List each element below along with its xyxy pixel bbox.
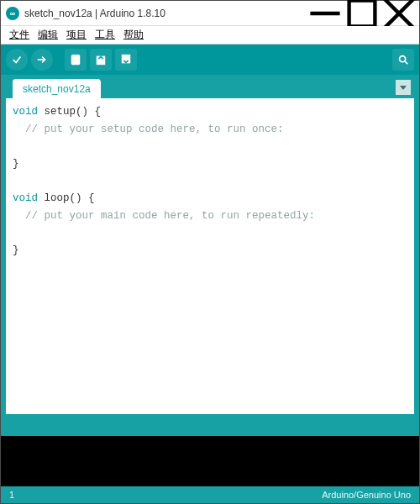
editor-container: void setup() { // put your setup code he…: [1, 98, 419, 419]
comment: // put your main code here, to run repea…: [13, 210, 315, 222]
comment: // put your setup code here, to run once…: [13, 123, 284, 135]
verify-button[interactable]: [6, 49, 28, 71]
code-editor[interactable]: void setup() { // put your setup code he…: [6, 98, 414, 414]
menu-edit[interactable]: 编辑: [34, 26, 61, 44]
svg-line-9: [405, 61, 408, 65]
arduino-icon: ∞: [6, 7, 19, 20]
maximize-button[interactable]: [344, 1, 381, 26]
close-button[interactable]: [381, 1, 417, 26]
svg-rect-6: [97, 57, 105, 65]
titlebar: ∞ sketch_nov12a | Arduino 1.8.10: [1, 1, 419, 26]
menu-tools[interactable]: 工具: [92, 26, 118, 44]
arduino-ide-window: ∞ sketch_nov12a | Arduino 1.8.10 文件 编辑 项…: [0, 0, 420, 504]
menubar: 文件 编辑 项目 工具 帮助: [1, 26, 419, 45]
board-label: Arduino/Genuino Uno: [322, 490, 411, 500]
keyword: void: [13, 106, 38, 118]
open-button[interactable]: [90, 49, 112, 71]
menu-sketch[interactable]: 项目: [63, 26, 90, 44]
serial-monitor-button[interactable]: [392, 49, 414, 71]
keyword: void: [13, 192, 38, 204]
upload-button[interactable]: [31, 49, 53, 71]
minimize-button[interactable]: [307, 1, 344, 26]
svg-marker-10: [400, 86, 407, 90]
menu-file[interactable]: 文件: [6, 26, 33, 44]
tabbar: sketch_nov12a: [1, 75, 419, 98]
window-controls: [307, 1, 417, 26]
new-button[interactable]: [65, 49, 87, 71]
tab-menu-button[interactable]: [396, 80, 411, 95]
window-title: sketch_nov12a | Arduino 1.8.10: [24, 8, 307, 19]
toolbar: [1, 45, 419, 75]
svg-rect-7: [123, 55, 130, 63]
console[interactable]: [1, 436, 419, 486]
code-text: }: [13, 244, 19, 256]
message-bar: [1, 419, 419, 436]
code-text: setup() {: [38, 106, 101, 118]
code-text: }: [13, 158, 19, 170]
status-bar: 1 Arduino/Genuino Uno: [1, 486, 419, 503]
tab-sketch[interactable]: sketch_nov12a: [13, 79, 101, 98]
svg-rect-5: [72, 55, 80, 65]
menu-help[interactable]: 帮助: [120, 26, 147, 44]
code-text: loop() {: [38, 192, 95, 204]
save-button[interactable]: [115, 49, 137, 71]
svg-rect-1: [349, 0, 375, 26]
svg-point-8: [400, 56, 406, 62]
line-number: 1: [9, 490, 14, 500]
